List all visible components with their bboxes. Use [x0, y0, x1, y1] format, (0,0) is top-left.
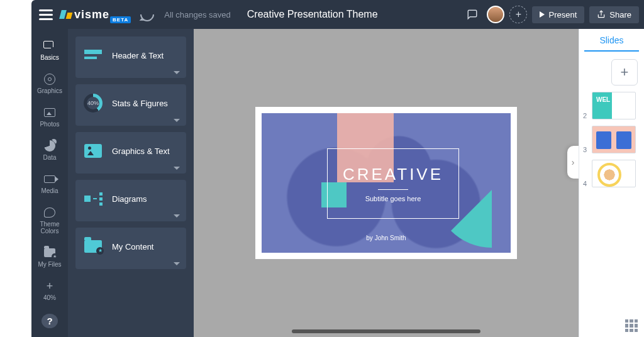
basics-icon — [43, 40, 56, 52]
panel-item-header-text[interactable]: Header & Text — [75, 36, 186, 78]
panel-item-my-content[interactable]: My Content — [75, 228, 186, 269]
zoom-control[interactable]: +40% — [31, 275, 68, 305]
thumb-preview — [592, 160, 636, 187]
beta-badge: BETA — [110, 16, 131, 23]
slides-tab[interactable]: Slides — [584, 29, 639, 52]
divider — [378, 189, 408, 190]
slide[interactable]: CREATIVE Subtitle goes here by John Smit… — [255, 107, 517, 259]
chevron-down-icon — [174, 167, 180, 170]
data-icon — [44, 140, 55, 152]
logo-text: visme — [74, 8, 109, 21]
rail-item-photos[interactable]: Photos — [31, 102, 68, 131]
diagrams-icon — [84, 192, 103, 206]
collapse-slides-tab[interactable]: › — [567, 146, 579, 179]
rail-item-theme-colors[interactable]: Theme Colors — [31, 202, 68, 238]
slide-background: CREATIVE Subtitle goes here by John Smit… — [262, 113, 511, 253]
rail-item-basics[interactable]: Basics — [31, 35, 68, 65]
save-status: All changes saved — [164, 10, 231, 19]
add-slide-button[interactable]: + — [611, 59, 638, 86]
left-rail: Basics Graphics Photos Data Media Theme … — [31, 29, 68, 337]
undo-icon[interactable] — [138, 4, 157, 24]
panel-item-diagrams[interactable]: Diagrams — [75, 180, 186, 221]
comment-icon[interactable] — [463, 5, 482, 24]
chevron-down-icon — [174, 214, 180, 218]
rail-item-my-files[interactable]: My Files — [31, 242, 68, 272]
logo-mark-icon — [60, 10, 72, 19]
logo[interactable]: visme BETA — [60, 8, 133, 21]
my-content-icon — [84, 240, 102, 253]
plus-icon: + — [43, 279, 57, 293]
canvas[interactable]: CREATIVE Subtitle goes here by John Smit… — [194, 29, 579, 337]
palette-icon — [44, 207, 55, 218]
slide-title[interactable]: CREATIVE — [343, 165, 443, 184]
slide-thumb[interactable]: 2 — [583, 92, 640, 119]
play-icon — [540, 11, 545, 18]
project-title[interactable]: Creative Presentation Theme — [247, 9, 378, 20]
graphics-text-icon — [84, 144, 102, 158]
thumb-preview — [592, 126, 636, 153]
category-panel: Header & Text 40% Stats & Figures Graphi… — [68, 29, 194, 337]
chevron-down-icon — [174, 71, 180, 74]
rail-item-graphics[interactable]: Graphics — [31, 69, 68, 98]
menu-button[interactable] — [36, 5, 55, 24]
add-collaborator-button[interactable]: + — [509, 6, 527, 23]
grid-view-icon[interactable] — [625, 319, 638, 332]
avatar[interactable] — [487, 6, 504, 23]
horizontal-scrollbar[interactable] — [292, 329, 480, 333]
chevron-down-icon — [174, 262, 180, 265]
thumb-preview — [592, 92, 636, 119]
header-text-icon — [84, 50, 102, 61]
media-icon — [44, 175, 55, 183]
slide-thumb[interactable]: 3 — [583, 126, 640, 153]
slide-byline[interactable]: by John Smith — [262, 235, 511, 241]
slide-thumb[interactable]: 4 — [583, 160, 640, 187]
share-icon — [597, 10, 606, 19]
stats-icon: 40% — [84, 94, 103, 113]
graphics-icon — [44, 74, 55, 85]
slides-panel: Slides + 2 3 4 — [579, 29, 644, 337]
rail-item-media[interactable]: Media — [31, 168, 68, 198]
help-button[interactable]: ? — [42, 314, 58, 328]
title-frame: CREATIVE Subtitle goes here — [327, 148, 459, 219]
panel-item-graphics-text[interactable]: Graphics & Text — [75, 132, 186, 174]
topbar: visme BETA All changes saved Creative Pr… — [31, 0, 644, 29]
present-button[interactable]: Present — [532, 6, 584, 23]
slide-subtitle[interactable]: Subtitle goes here — [365, 195, 421, 202]
rail-item-data[interactable]: Data — [31, 135, 68, 165]
photos-icon — [44, 108, 55, 117]
share-button[interactable]: Share — [589, 6, 639, 23]
chevron-down-icon — [174, 119, 180, 122]
folder-icon — [44, 248, 55, 257]
panel-item-stats-figures[interactable]: 40% Stats & Figures — [75, 84, 186, 126]
